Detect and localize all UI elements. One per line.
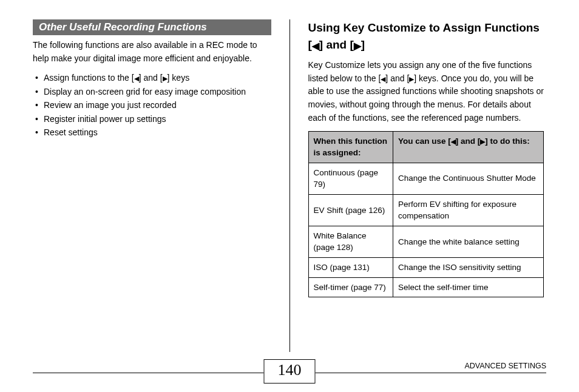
table-cell: Change the white balance setting — [393, 226, 544, 257]
table-cell: White Balance (page 128) — [308, 226, 393, 257]
page-footer: 140 ADVANCED SETTINGS — [33, 359, 546, 381]
left-triangle-icon: ◀ — [451, 138, 456, 145]
list-item: Display an on-screen grid for easy image… — [35, 85, 271, 98]
intro-paragraph: The following functions are also availab… — [33, 39, 271, 65]
table-cell: Change the ISO sensitivity setting — [393, 258, 544, 278]
right-triangle-icon: ▶ — [163, 75, 168, 82]
table-cell: Self-timer (page 77) — [308, 277, 393, 297]
column-divider — [290, 19, 290, 352]
table-header-row: When this function is assigned: You can … — [308, 131, 544, 163]
right-column: Using Key Customize to Assign Functions … — [308, 19, 547, 352]
list-item: Assign functions to the [◀] and [▶] keys — [35, 71, 271, 84]
table-header: When this function is assigned: — [308, 131, 393, 163]
manual-page: Other Useful Recording Functions The fol… — [0, 0, 579, 392]
right-triangle-icon: ▶ — [354, 41, 361, 51]
bullet-text: ] keys — [168, 73, 190, 83]
bullet-text: ] and [ — [139, 73, 163, 83]
table-row: White Balance (page 128) Change the whit… — [308, 226, 544, 257]
feature-list: Assign functions to the [◀] and [▶] keys… — [33, 71, 271, 139]
heading-text: ] and [ — [319, 38, 354, 51]
table-header: You can use [◀] and [▶] to do this: — [393, 131, 544, 163]
table-row: ISO (page 131) Change the ISO sensitivit… — [308, 258, 544, 278]
left-triangle-icon: ◀ — [134, 75, 139, 82]
table-row: EV Shift (page 126) Perform EV shifting … — [308, 194, 544, 226]
left-column: Other Useful Recording Functions The fol… — [33, 19, 271, 352]
left-triangle-icon: ◀ — [312, 41, 319, 51]
table-row: Continuous (page 79) Change the Continuo… — [308, 163, 544, 194]
header-text: ] and [ — [456, 137, 481, 146]
table-cell: Continuous (page 79) — [308, 163, 393, 194]
table-cell: Change the Continuous Shutter Mode — [393, 163, 544, 194]
table-cell: Select the self-timer time — [393, 277, 544, 297]
table-cell: EV Shift (page 126) — [308, 194, 393, 226]
heading-text: ] — [361, 38, 365, 51]
table-cell: Perform EV shifting for exposure compens… — [393, 194, 544, 226]
function-table: When this function is assigned: You can … — [308, 131, 544, 298]
intro-paragraph: Key Customize lets you assign any one of… — [308, 59, 547, 124]
bullet-text: Assign functions to the [ — [44, 73, 134, 83]
section-banner: Other Useful Recording Functions — [33, 19, 271, 35]
table-row: Self-timer (page 77) Select the self-tim… — [308, 277, 544, 297]
page-number: 140 — [264, 359, 316, 384]
section-heading: Using Key Customize to Assign Functions … — [308, 19, 547, 53]
table-cell: ISO (page 131) — [308, 258, 393, 278]
header-text: You can use [ — [398, 137, 451, 146]
footer-section-label: ADVANCED SETTINGS — [464, 362, 546, 370]
list-item: Review an image you just recorded — [35, 98, 271, 112]
list-item: Register initial power up settings — [35, 112, 271, 126]
two-column-layout: Other Useful Recording Functions The fol… — [33, 19, 546, 352]
header-text: ] to do this: — [485, 137, 529, 146]
list-item: Reset settings — [35, 126, 271, 139]
intro-text: ] and [ — [385, 73, 409, 83]
